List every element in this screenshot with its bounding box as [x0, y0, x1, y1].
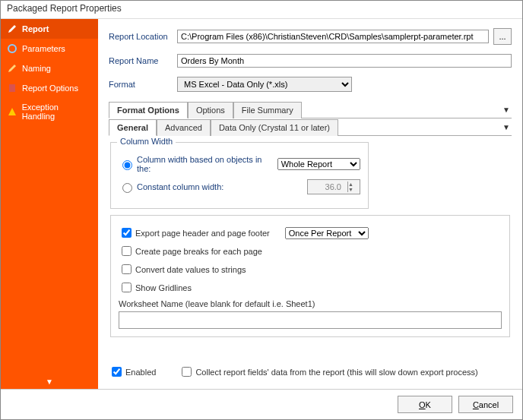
sidebar-item-parameters[interactable]: Parameters — [1, 39, 98, 58]
collect-row[interactable]: Collect report fields' data from the rep… — [179, 365, 477, 379]
svg-rect-1 — [9, 84, 15, 92]
worksheet-name-input[interactable] — [119, 311, 502, 329]
report-name-label: Report Name — [109, 56, 177, 65]
report-icon — [7, 83, 17, 93]
footer: OK Cancel — [1, 389, 522, 419]
svg-point-0 — [8, 45, 16, 52]
check-page-breaks[interactable] — [122, 246, 132, 256]
check-gridlines-label: Show Gridlines — [135, 283, 192, 292]
tab-general[interactable]: General — [109, 119, 157, 136]
parameters-icon — [7, 43, 17, 54]
radio-object-width-label: Column width based on objects in the: — [137, 155, 277, 173]
sidebar-item-label: Report Options — [22, 84, 78, 93]
check-enabled[interactable] — [112, 367, 122, 377]
report-location-label: Report Location — [109, 32, 177, 41]
chevron-down-icon[interactable]: ▼ — [1, 377, 98, 386]
ok-button[interactable]: OK — [398, 396, 452, 413]
format-select[interactable]: MS Excel - Data Only (*.xls) — [177, 77, 352, 92]
tab-file-summary[interactable]: File Summary — [233, 102, 302, 118]
sidebar-item-label: Naming — [22, 64, 51, 73]
group-legend: Column Width — [117, 137, 176, 146]
tabbar-main: Format Options Options File Summary ▼ — [109, 101, 512, 118]
sidebar-item-naming[interactable]: Naming — [1, 58, 98, 78]
report-location-input[interactable] — [177, 30, 489, 43]
window-title: Packaged Report Properties — [1, 1, 522, 19]
sidebar-item-exception[interactable]: Exception Handling — [1, 98, 98, 125]
whole-report-select[interactable]: Whole Report — [277, 158, 360, 170]
tab-options[interactable]: Options — [188, 102, 233, 118]
check-page-breaks-label: Create page breaks for each page — [135, 247, 262, 256]
sidebar-item-label: Parameters — [22, 44, 65, 53]
check-date-strings[interactable] — [122, 264, 132, 274]
sidebar-item-report-options[interactable]: Report Options — [1, 78, 98, 98]
check-collect-label: Collect report fields' data from the rep… — [195, 368, 477, 377]
check-export-hf-label: Export page header and page footer — [135, 229, 270, 238]
worksheet-name-label: Worksheet Name (leave blank for default … — [119, 299, 502, 308]
column-width-group: Column Width Column width based on objec… — [110, 142, 369, 209]
report-name-input[interactable] — [177, 54, 512, 68]
warning-icon — [7, 106, 17, 117]
check-export-hf[interactable] — [122, 228, 132, 238]
format-label: Format — [109, 80, 177, 89]
check-enabled-label: Enabled — [125, 368, 156, 377]
check-gridlines[interactable] — [122, 283, 132, 292]
tab-advanced[interactable]: Advanced — [157, 119, 211, 136]
chevron-down-icon[interactable]: ▼ — [502, 123, 512, 131]
chevron-down-icon[interactable]: ▼ — [502, 106, 512, 114]
browse-button[interactable]: ... — [493, 28, 512, 45]
export-hf-select[interactable]: Once Per Report — [285, 227, 369, 239]
tabbar-sub: General Advanced Data Only (Crystal 11 o… — [109, 118, 512, 136]
tab-format-options[interactable]: Format Options — [109, 102, 188, 118]
radio-constant-width[interactable] — [122, 183, 132, 193]
pencil-icon — [7, 24, 17, 34]
radio-object-width[interactable] — [122, 160, 132, 170]
pencil-icon — [7, 63, 17, 74]
constant-width-value[interactable] — [308, 182, 343, 192]
check-collect[interactable] — [182, 367, 192, 377]
enabled-row[interactable]: Enabled — [109, 365, 156, 379]
sidebar-item-label: Exception Handling — [22, 103, 92, 121]
tab-data-only[interactable]: Data Only (Crystal 11 or later) — [211, 119, 338, 136]
radio-constant-width-label: Constant column width: — [137, 182, 223, 191]
sidebar-item-report[interactable]: Report — [1, 19, 98, 39]
cancel-button[interactable]: Cancel — [458, 396, 513, 413]
constant-width-spinner[interactable]: ▲▼ — [307, 179, 360, 194]
export-options-group: Export page header and page footer Once … — [110, 215, 510, 337]
check-date-strings-label: Convert date values to strings — [135, 265, 246, 274]
sidebar: Report Parameters Naming Report Options — [1, 19, 98, 389]
sidebar-item-label: Report — [22, 24, 49, 33]
